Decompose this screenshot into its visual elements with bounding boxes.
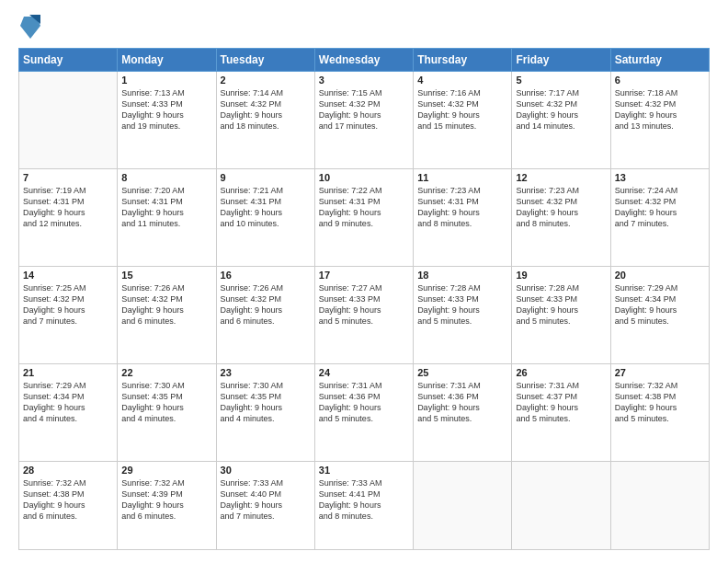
day-info: Sunrise: 7:24 AM Sunset: 4:32 PM Dayligh…: [615, 185, 705, 230]
day-number: 2: [221, 75, 311, 86]
day-number: 26: [516, 367, 606, 378]
calendar-cell: [610, 461, 709, 549]
day-number: 20: [615, 270, 705, 281]
calendar-cell: 21Sunrise: 7:29 AM Sunset: 4:34 PM Dayli…: [19, 363, 118, 461]
day-info: Sunrise: 7:31 AM Sunset: 4:37 PM Dayligh…: [516, 380, 606, 425]
page: SundayMondayTuesdayWednesdayThursdayFrid…: [0, 0, 728, 563]
day-number: 29: [121, 465, 211, 476]
day-info: Sunrise: 7:32 AM Sunset: 4:38 PM Dayligh…: [615, 380, 705, 425]
calendar-cell: 13Sunrise: 7:24 AM Sunset: 4:32 PM Dayli…: [610, 168, 709, 266]
day-info: Sunrise: 7:20 AM Sunset: 4:31 PM Dayligh…: [121, 185, 211, 230]
calendar-cell: 30Sunrise: 7:33 AM Sunset: 4:40 PM Dayli…: [216, 461, 314, 549]
calendar-table: SundayMondayTuesdayWednesdayThursdayFrid…: [18, 48, 710, 550]
calendar-cell: [512, 461, 610, 549]
calendar-cell: 7Sunrise: 7:19 AM Sunset: 4:31 PM Daylig…: [19, 168, 118, 266]
day-number: 19: [516, 270, 606, 281]
logo: [18, 17, 40, 39]
day-info: Sunrise: 7:23 AM Sunset: 4:31 PM Dayligh…: [417, 185, 507, 230]
calendar-cell: 9Sunrise: 7:21 AM Sunset: 4:31 PM Daylig…: [216, 168, 314, 266]
day-info: Sunrise: 7:31 AM Sunset: 4:36 PM Dayligh…: [319, 380, 409, 425]
day-number: 18: [417, 270, 507, 281]
calendar-cell: [414, 461, 512, 549]
day-number: 14: [23, 270, 113, 281]
calendar-cell: 10Sunrise: 7:22 AM Sunset: 4:31 PM Dayli…: [314, 168, 413, 266]
calendar-cell: 26Sunrise: 7:31 AM Sunset: 4:37 PM Dayli…: [512, 363, 610, 461]
calendar-cell: 16Sunrise: 7:26 AM Sunset: 4:32 PM Dayli…: [216, 266, 314, 363]
calendar-cell: [19, 72, 118, 169]
calendar-cell: 11Sunrise: 7:23 AM Sunset: 4:31 PM Dayli…: [414, 168, 512, 266]
calendar-week-row: 7Sunrise: 7:19 AM Sunset: 4:31 PM Daylig…: [19, 168, 710, 266]
day-number: 5: [516, 75, 606, 86]
calendar-cell: 31Sunrise: 7:33 AM Sunset: 4:41 PM Dayli…: [314, 461, 413, 549]
calendar-cell: 15Sunrise: 7:26 AM Sunset: 4:32 PM Dayli…: [118, 266, 216, 363]
calendar-cell: 27Sunrise: 7:32 AM Sunset: 4:38 PM Dayli…: [610, 363, 709, 461]
day-info: Sunrise: 7:26 AM Sunset: 4:32 PM Dayligh…: [121, 282, 211, 327]
day-info: Sunrise: 7:31 AM Sunset: 4:36 PM Dayligh…: [417, 380, 507, 425]
calendar-cell: 22Sunrise: 7:30 AM Sunset: 4:35 PM Dayli…: [118, 363, 216, 461]
day-info: Sunrise: 7:30 AM Sunset: 4:35 PM Dayligh…: [121, 380, 211, 425]
calendar-cell: 20Sunrise: 7:29 AM Sunset: 4:34 PM Dayli…: [610, 266, 709, 363]
day-number: 9: [221, 172, 311, 183]
day-number: 11: [417, 172, 507, 183]
header: [18, 17, 710, 39]
calendar-cell: 8Sunrise: 7:20 AM Sunset: 4:31 PM Daylig…: [118, 168, 216, 266]
day-info: Sunrise: 7:15 AM Sunset: 4:32 PM Dayligh…: [319, 87, 409, 132]
calendar-header-wednesday: Wednesday: [314, 49, 413, 72]
day-number: 23: [221, 367, 311, 378]
day-number: 22: [121, 367, 211, 378]
day-info: Sunrise: 7:33 AM Sunset: 4:41 PM Dayligh…: [319, 477, 409, 523]
day-number: 27: [615, 367, 705, 378]
calendar-cell: 14Sunrise: 7:25 AM Sunset: 4:32 PM Dayli…: [19, 266, 118, 363]
day-info: Sunrise: 7:14 AM Sunset: 4:32 PM Dayligh…: [221, 87, 311, 132]
calendar-cell: 25Sunrise: 7:31 AM Sunset: 4:36 PM Dayli…: [414, 363, 512, 461]
day-info: Sunrise: 7:29 AM Sunset: 4:34 PM Dayligh…: [615, 282, 705, 327]
day-info: Sunrise: 7:27 AM Sunset: 4:33 PM Dayligh…: [319, 282, 409, 327]
day-info: Sunrise: 7:21 AM Sunset: 4:31 PM Dayligh…: [221, 185, 311, 230]
day-number: 31: [319, 465, 409, 476]
day-number: 30: [221, 465, 311, 476]
day-number: 15: [121, 270, 211, 281]
calendar-header-thursday: Thursday: [414, 49, 512, 72]
calendar-header-tuesday: Tuesday: [216, 49, 314, 72]
day-number: 6: [615, 75, 705, 86]
calendar-cell: 23Sunrise: 7:30 AM Sunset: 4:35 PM Dayli…: [216, 363, 314, 461]
day-number: 10: [319, 172, 409, 183]
day-info: Sunrise: 7:23 AM Sunset: 4:32 PM Dayligh…: [516, 185, 606, 230]
day-info: Sunrise: 7:28 AM Sunset: 4:33 PM Dayligh…: [516, 282, 606, 327]
calendar-header-saturday: Saturday: [610, 49, 709, 72]
day-info: Sunrise: 7:28 AM Sunset: 4:33 PM Dayligh…: [417, 282, 507, 327]
calendar-cell: 4Sunrise: 7:16 AM Sunset: 4:32 PM Daylig…: [414, 72, 512, 169]
calendar-header-sunday: Sunday: [19, 49, 118, 72]
day-info: Sunrise: 7:13 AM Sunset: 4:33 PM Dayligh…: [121, 87, 211, 132]
day-info: Sunrise: 7:29 AM Sunset: 4:34 PM Dayligh…: [23, 380, 113, 425]
calendar-cell: 5Sunrise: 7:17 AM Sunset: 4:32 PM Daylig…: [512, 72, 610, 169]
calendar-header-row: SundayMondayTuesdayWednesdayThursdayFrid…: [19, 49, 710, 72]
day-info: Sunrise: 7:26 AM Sunset: 4:32 PM Dayligh…: [221, 282, 311, 327]
calendar-header-monday: Monday: [118, 49, 216, 72]
day-number: 21: [23, 367, 113, 378]
calendar-week-row: 28Sunrise: 7:32 AM Sunset: 4:38 PM Dayli…: [19, 461, 710, 549]
calendar-cell: 12Sunrise: 7:23 AM Sunset: 4:32 PM Dayli…: [512, 168, 610, 266]
calendar-cell: 3Sunrise: 7:15 AM Sunset: 4:32 PM Daylig…: [314, 72, 413, 169]
day-info: Sunrise: 7:16 AM Sunset: 4:32 PM Dayligh…: [417, 87, 507, 132]
day-info: Sunrise: 7:22 AM Sunset: 4:31 PM Dayligh…: [319, 185, 409, 230]
day-info: Sunrise: 7:32 AM Sunset: 4:38 PM Dayligh…: [23, 477, 113, 523]
day-number: 17: [319, 270, 409, 281]
day-info: Sunrise: 7:33 AM Sunset: 4:40 PM Dayligh…: [221, 477, 311, 523]
day-number: 8: [121, 172, 211, 183]
calendar-cell: 28Sunrise: 7:32 AM Sunset: 4:38 PM Dayli…: [19, 461, 118, 549]
day-info: Sunrise: 7:19 AM Sunset: 4:31 PM Dayligh…: [23, 185, 113, 230]
day-info: Sunrise: 7:32 AM Sunset: 4:39 PM Dayligh…: [121, 477, 211, 523]
calendar-cell: 29Sunrise: 7:32 AM Sunset: 4:39 PM Dayli…: [118, 461, 216, 549]
calendar-cell: 2Sunrise: 7:14 AM Sunset: 4:32 PM Daylig…: [216, 72, 314, 169]
day-number: 12: [516, 172, 606, 183]
day-number: 1: [121, 75, 211, 86]
calendar-cell: 19Sunrise: 7:28 AM Sunset: 4:33 PM Dayli…: [512, 266, 610, 363]
day-info: Sunrise: 7:25 AM Sunset: 4:32 PM Dayligh…: [23, 282, 113, 327]
calendar-cell: 18Sunrise: 7:28 AM Sunset: 4:33 PM Dayli…: [414, 266, 512, 363]
calendar-header-friday: Friday: [512, 49, 610, 72]
day-info: Sunrise: 7:30 AM Sunset: 4:35 PM Dayligh…: [221, 380, 311, 425]
calendar-week-row: 1Sunrise: 7:13 AM Sunset: 4:33 PM Daylig…: [19, 72, 710, 169]
day-info: Sunrise: 7:18 AM Sunset: 4:32 PM Dayligh…: [615, 87, 705, 132]
calendar-cell: 17Sunrise: 7:27 AM Sunset: 4:33 PM Dayli…: [314, 266, 413, 363]
